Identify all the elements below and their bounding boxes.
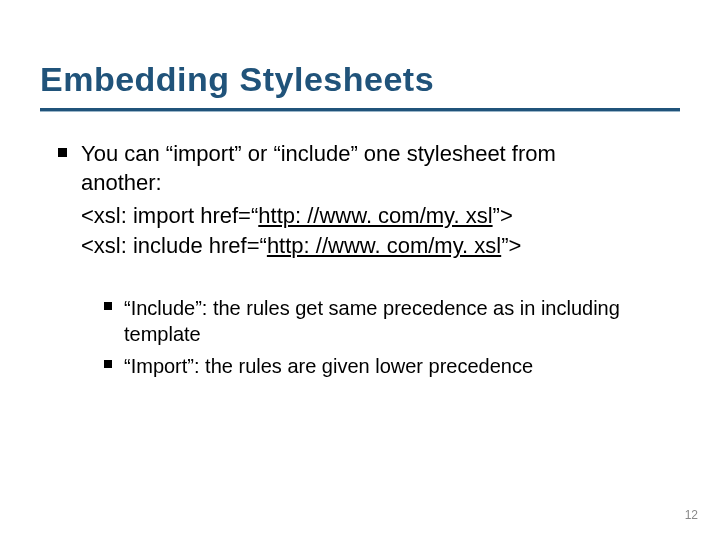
page-number: 12 [685,508,698,522]
bullet-text: You can “import” or “include” one styles… [81,140,556,197]
title-underline-shadow [40,111,680,112]
code-text: <xsl: import href=“ [81,203,258,228]
text-line: another: [81,170,162,195]
bullet-item: “Include”: the rules get same precedence… [104,295,668,347]
bullet-text: “Import”: the rules are given lower prec… [124,353,533,379]
bullet-item: “Import”: the rules are given lower prec… [104,353,668,379]
code-text: <xsl: include href=“ [81,233,267,258]
code-text: ”> [493,203,513,228]
code-text: ”> [501,233,521,258]
square-bullet-icon [104,360,112,368]
code-line: <xsl: include href=“http: //www. com/my.… [81,231,668,261]
slide-title: Embedding Stylesheets [40,60,434,99]
code-url: http: //www. com/my. xsl [258,203,492,228]
bullet-item: You can “import” or “include” one styles… [58,140,668,197]
square-bullet-icon [104,302,112,310]
bullet-text: “Include”: the rules get same precedence… [124,295,620,347]
slide: Embedding Stylesheets You can “import” o… [0,0,720,540]
text-line: You can “import” or “include” one styles… [81,141,556,166]
text-line: template [124,323,201,345]
text-line: “Include”: the rules get same precedence… [124,297,620,319]
code-url: http: //www. com/my. xsl [267,233,501,258]
square-bullet-icon [58,148,67,157]
slide-body: You can “import” or “include” one styles… [58,140,668,385]
sub-bullets: “Include”: the rules get same precedence… [104,295,668,379]
code-line: <xsl: import href=“http: //www. com/my. … [81,201,668,231]
